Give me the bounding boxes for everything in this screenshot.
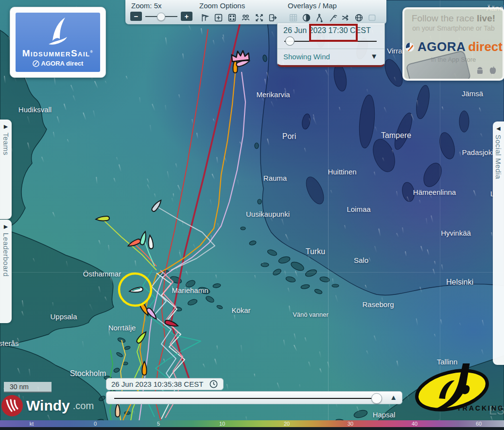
overlay-time-slider[interactable] xyxy=(284,41,377,42)
agora-circle-icon xyxy=(33,60,39,67)
ad-subline: on your Smartphone or Tab xyxy=(404,24,503,32)
wind-barb-icon[interactable] xyxy=(326,12,339,23)
race-tracker-app: ÄänekHudiksvallVirratMerikarviaJämsäPori… xyxy=(0,0,504,430)
zoom-slider-handle[interactable] xyxy=(157,13,165,21)
plain-map-icon[interactable] xyxy=(365,12,378,23)
timeline-datetime: 26 Jun 2023 10:35:38 CEST xyxy=(111,380,203,388)
boat-marker[interactable] xyxy=(139,231,147,245)
chevron-left-icon: ◀ xyxy=(496,125,500,132)
windy-tld-text: .com xyxy=(73,400,94,412)
zoom-options-label: Zoom Options xyxy=(199,1,245,10)
wind-speed-legend: kt051020304060 xyxy=(0,420,504,427)
boat-marker[interactable] xyxy=(136,330,148,344)
sidebar-tab-social-media[interactable]: ◀ Social Media xyxy=(493,121,504,365)
boat-marker[interactable] xyxy=(148,235,154,249)
timeline-datetime-box: 26 Jun 2023 10:35:38 CEST xyxy=(106,378,224,390)
legend-tick: 20 xyxy=(284,420,290,427)
sidebar-tab-leaderboard[interactable]: ▶ Leaderboard xyxy=(0,220,12,323)
chevron-down-icon[interactable]: ▼ xyxy=(370,52,378,60)
registered-mark: ® xyxy=(90,50,94,53)
exit-follow-icon[interactable] xyxy=(266,12,279,23)
boat-marker[interactable] xyxy=(115,403,120,417)
expand-fullscreen-icon[interactable] xyxy=(253,12,265,23)
shuffle-predictor-icon[interactable] xyxy=(339,12,352,23)
windy-circle-icon xyxy=(1,395,23,417)
bottom-strip xyxy=(0,427,504,430)
windy-brand-text: Windy xyxy=(26,397,70,414)
ad-headline: Follow the race live! xyxy=(404,13,503,24)
zoom-slider[interactable] xyxy=(145,16,177,17)
midsummersail-logo-card[interactable]: MidsummerSail® AGORA direct xyxy=(10,7,106,78)
overlay-datetime: 26 Jun 2023 17:30 CEST xyxy=(283,26,371,35)
showing-wind-dropdown-label[interactable]: Showing Wind xyxy=(283,52,330,61)
android-icon xyxy=(476,66,484,75)
scatter-points-icon[interactable] xyxy=(226,12,238,23)
race-flags-icon[interactable] xyxy=(198,12,211,23)
play-button[interactable]: ▲ xyxy=(390,393,397,401)
timeline-slider-handle[interactable] xyxy=(371,393,382,404)
legend-tick: 5 xyxy=(157,420,160,427)
timeline-track xyxy=(114,398,378,399)
legend-tick: 40 xyxy=(412,420,417,427)
grid-overlay-icon[interactable] xyxy=(287,12,299,23)
tracks-group xyxy=(103,0,245,430)
midsummersail-brand-text: MidsummerSail® xyxy=(22,48,93,59)
zoom-level-label: Zoom: 5x xyxy=(131,1,162,10)
timeline-slider[interactable]: ▲ xyxy=(106,391,402,404)
chevron-right-icon: ▶ xyxy=(4,223,8,230)
sail-logo-icon xyxy=(46,17,70,47)
boat-marker[interactable] xyxy=(129,287,143,293)
social-media-tab-label: Social Media xyxy=(494,135,503,179)
zoom-out-button[interactable]: − xyxy=(130,12,142,21)
contrast-mode-icon[interactable] xyxy=(300,12,313,23)
legend-tick: 10 xyxy=(219,420,225,427)
globe-basemap-icon[interactable] xyxy=(352,12,365,23)
overlay-time-slider-handle[interactable] xyxy=(285,36,295,46)
agora-direct-ad-banner[interactable]: Follow the race live! on your Smartphone… xyxy=(402,7,504,81)
smartphone-image xyxy=(405,50,471,81)
chevron-right-icon: ▶ xyxy=(4,123,8,130)
panel-divider xyxy=(278,49,384,49)
overlays-map-label: Overlays / Map xyxy=(288,1,337,10)
zoom-to-area-icon[interactable] xyxy=(212,12,225,23)
midsummersail-logo-panel: MidsummerSail® AGORA direct xyxy=(16,13,100,72)
apple-icon xyxy=(489,66,497,75)
windy-logo[interactable]: Windy .com xyxy=(1,395,94,417)
leaderboard-tab-label: Leaderboard xyxy=(2,233,10,277)
platform-icons xyxy=(476,66,497,75)
overlay-time-panel: 26 Jun 2023 17:30 CEST Showing Wind ▼ xyxy=(277,23,385,67)
agora-swirl-icon xyxy=(404,41,415,53)
agora-direct-subbrand: AGORA direct xyxy=(33,60,84,67)
boat-track xyxy=(155,29,208,430)
legend-tick: 0 xyxy=(94,420,97,427)
sidebar-tab-teams[interactable]: ▶ Teams xyxy=(0,120,12,219)
map-toolbar: Zoom: 5x − + Zoom Options Overlays / Map xyxy=(125,0,386,24)
legend-tick: 30 xyxy=(348,420,353,427)
boat-marker[interactable] xyxy=(96,216,110,222)
fleet-group-icon[interactable] xyxy=(239,12,252,23)
route-tracks-icon[interactable] xyxy=(313,12,326,23)
map-scale: 30 nm xyxy=(4,382,52,393)
legend-tick: 60 xyxy=(476,420,482,427)
boat-marker[interactable] xyxy=(151,199,163,212)
teams-tab-label: Teams xyxy=(2,133,10,155)
zoom-in-button[interactable]: + xyxy=(181,12,192,21)
clock-icon[interactable] xyxy=(209,379,218,389)
boat-track xyxy=(121,73,235,428)
legend-tick: kt xyxy=(30,420,34,427)
